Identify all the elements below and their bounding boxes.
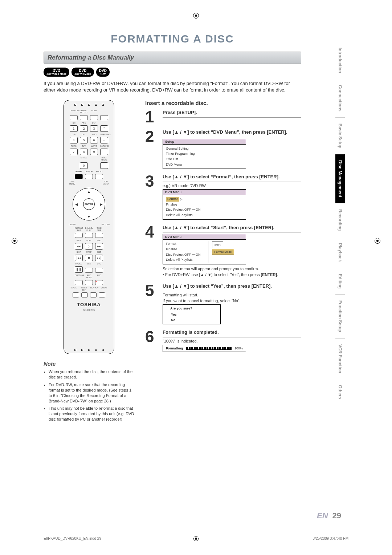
note-item: This unit may not be able to reformat a … bbox=[49, 406, 134, 422]
nav-pad: ▲ ▼ ◀ ▶ ENTER bbox=[73, 188, 105, 220]
osd-setup: Setup General Setting Timer Programming … bbox=[163, 139, 246, 169]
tab-others[interactable]: Others bbox=[335, 379, 345, 405]
step-number: 3 bbox=[145, 174, 158, 219]
page-number: EN29 bbox=[317, 511, 341, 520]
step-5: 5 Use [▲ / ▼] to select “Yes”, then pres… bbox=[145, 283, 301, 325]
step-6: 6 Formatting is completed. “100%” is ind… bbox=[145, 329, 301, 352]
step-line: Formatting will start. bbox=[163, 293, 301, 297]
step-after: • For DVD+RW, use [▲ / ▼] to select “Yes… bbox=[163, 272, 301, 277]
section-subtitle: Reformatting a Disc Manually bbox=[44, 52, 301, 64]
step-number: 6 bbox=[145, 329, 158, 352]
step-number: 1 bbox=[145, 110, 158, 124]
page-title: FORMATTING A DISC bbox=[44, 33, 301, 45]
tab-connections[interactable]: Connections bbox=[335, 79, 345, 117]
note-list: When you reformat the disc, the contents… bbox=[44, 369, 134, 422]
step-head: Use [▲ / ▼] to select “Yes”, then press … bbox=[163, 283, 301, 291]
doc-footer-left: E9PKAUD_DVR620KU_EN.indd 29 bbox=[44, 536, 101, 540]
osd-format-start: DVD Menu Format Finalize Disc Protect OF… bbox=[163, 234, 246, 264]
step-4: 4 Use [▲ / ▼] to select “Start”, then pr… bbox=[145, 225, 301, 278]
tab-basic-setup[interactable]: Basic Setup bbox=[335, 117, 345, 154]
step-head: Use [▲ / ▼] to select “Start”, then pres… bbox=[163, 225, 301, 233]
step-head: Use [▲ / ▼] to select “DVD Menu”, then p… bbox=[163, 129, 301, 137]
progress-bar-icon bbox=[186, 347, 232, 350]
note-heading: Note bbox=[44, 361, 134, 367]
crop-mark-icon bbox=[193, 13, 199, 19]
step-2: 2 Use [▲ / ▼] to select “DVD Menu”, then… bbox=[145, 129, 301, 169]
remote-diagram: OPEN/CLOSEINPUT SELECTHDMI .@/:ABCDEF 12… bbox=[64, 100, 114, 354]
crop-mark-icon bbox=[193, 536, 199, 541]
step-number: 5 bbox=[145, 283, 158, 325]
step-after: Selection menu will appear and prompt yo… bbox=[163, 267, 301, 271]
step-head: Use [▲ / ▼] to select “Format”, then pre… bbox=[163, 174, 301, 182]
note-item: For DVD-RW, make sure that the recording… bbox=[49, 382, 134, 404]
crop-mark-icon bbox=[375, 238, 380, 244]
step-number: 2 bbox=[145, 129, 158, 169]
tab-introduction[interactable]: Introduction bbox=[335, 42, 345, 79]
osd-confirm: Are you sure? Yes No bbox=[163, 304, 221, 325]
step-3: 3 Use [▲ / ▼] to select “Format”, then p… bbox=[145, 174, 301, 219]
step-number: 4 bbox=[145, 225, 158, 278]
brand-logo: TOSHIBA bbox=[77, 302, 101, 307]
badge-dvd-plus-rw: DVD+RW bbox=[96, 68, 110, 77]
step-1: 1 Press [SETUP]. bbox=[145, 110, 301, 124]
note-item: When you reformat the disc, the contents… bbox=[49, 369, 134, 380]
tab-playback[interactable]: Playback bbox=[335, 237, 345, 268]
side-tabs: Introduction Connections Basic Setup Dis… bbox=[335, 42, 345, 405]
badge-dvd-rw-video: DVD-RW Video Mode bbox=[44, 68, 69, 77]
model-number: SE-R0295 bbox=[83, 309, 95, 311]
crop-mark-icon bbox=[12, 238, 17, 244]
step-sub: e.g.) VR mode DVD-RW bbox=[163, 183, 301, 188]
step-head: Formatting is completed. bbox=[163, 329, 301, 337]
tab-disc-management[interactable]: Disc Management bbox=[335, 154, 345, 203]
enter-button: ENTER bbox=[83, 198, 95, 210]
doc-footer-right: 3/25/2009 3:47:40 PM bbox=[313, 536, 348, 540]
disc-badges: DVD-RW Video Mode DVD-RW VR Mode DVD+RW bbox=[44, 68, 301, 77]
step-sub: “100%” is indicated. bbox=[163, 339, 301, 343]
intro-paragraph: If you are using a DVD-RW or DVD+RW, you… bbox=[44, 80, 301, 93]
step-line: If you want to cancel formatting, select… bbox=[163, 299, 301, 303]
tab-vcr-function[interactable]: VCR Function bbox=[335, 338, 345, 379]
osd-progress: Formatting 100% bbox=[163, 345, 246, 352]
step-head: Press [SETUP]. bbox=[163, 110, 301, 118]
osd-dvdmenu: DVD Menu Format ▷ Finalize Disc Protect … bbox=[163, 189, 246, 219]
badge-dvd-rw-vr: DVD-RW VR Mode bbox=[72, 68, 94, 77]
tab-function-setup[interactable]: Function Setup bbox=[335, 294, 345, 338]
insert-disc-heading: Insert a recordable disc. bbox=[145, 100, 301, 106]
tab-editing[interactable]: Editing bbox=[335, 268, 345, 295]
tab-recording[interactable]: Recording bbox=[335, 203, 345, 236]
